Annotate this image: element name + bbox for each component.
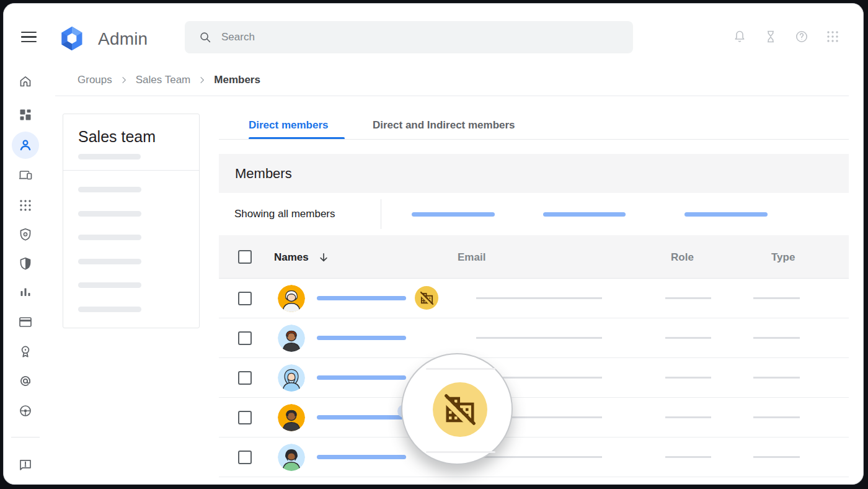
member-email-placeholder — [476, 337, 602, 339]
member-type-placeholder — [753, 377, 800, 379]
card-divider — [63, 170, 199, 171]
security-shield-icon — [18, 227, 33, 242]
sidebar-item-home[interactable] — [12, 68, 39, 95]
group-detail-placeholder — [78, 211, 141, 217]
chevron-right-icon — [197, 75, 207, 85]
tab-direct-members[interactable]: Direct members — [249, 119, 329, 138]
tasks-hourglass-icon[interactable] — [763, 29, 778, 44]
tabs-divider — [219, 139, 849, 140]
table-row[interactable] — [219, 318, 849, 358]
sidebar-item-account-badge[interactable] — [12, 338, 39, 365]
topbar-actions — [732, 29, 840, 44]
avatar-woman-white-hair — [278, 285, 305, 312]
member-type-placeholder — [753, 297, 800, 299]
magnifier-bubble — [401, 353, 513, 465]
column-header-names[interactable]: Names — [274, 251, 330, 264]
group-detail-placeholder — [78, 259, 141, 264]
member-email-placeholder — [476, 297, 602, 299]
google-admin-logo-icon — [58, 25, 86, 52]
row-checkbox[interactable] — [238, 411, 252, 424]
sidebar-item-directory-person[interactable] — [12, 132, 39, 159]
member-role-placeholder — [665, 337, 711, 339]
send-feedback-icon — [18, 457, 33, 472]
toolbar-action-placeholder[interactable] — [684, 212, 768, 217]
breadcrumb-item: Members — [214, 74, 260, 86]
group-subtitle-placeholder — [78, 154, 141, 159]
magnified-row-line — [426, 451, 495, 453]
product-name: Admin — [98, 29, 148, 49]
tab-direct-and-indirect-members[interactable]: Direct and Indirect members — [373, 119, 515, 138]
help-icon[interactable] — [794, 29, 809, 44]
member-role-placeholder — [665, 416, 711, 418]
member-email-placeholder — [476, 456, 602, 458]
table-row[interactable] — [219, 437, 849, 477]
admin-console-window: Admin Search GroupsSales TeamMembers Sal… — [3, 3, 864, 485]
member-role-placeholder — [665, 297, 711, 299]
sidebar-item-send-feedback[interactable] — [12, 451, 39, 478]
main-menu-button[interactable] — [21, 32, 37, 42]
member-role-placeholder — [665, 456, 711, 458]
sidebar-item-domains-at[interactable] — [12, 367, 39, 395]
table-row[interactable] — [219, 358, 849, 398]
sidebar-item-devices[interactable] — [12, 161, 39, 189]
members-panel-title: Members — [235, 166, 292, 182]
breadcrumb: GroupsSales TeamMembers — [78, 72, 260, 88]
breadcrumb-item[interactable]: Sales Team — [136, 74, 191, 86]
member-role-placeholder — [665, 377, 711, 379]
sidebar-item-compliance-shield[interactable] — [12, 250, 39, 277]
external-member-icon — [433, 382, 487, 437]
sidebar-item-reporting-chart[interactable] — [12, 279, 39, 306]
group-summary-card: Sales team — [63, 114, 200, 328]
member-name-placeholder — [317, 296, 406, 300]
members-toolbar: Showing all members — [219, 193, 849, 235]
sidebar-item-security-shield[interactable] — [12, 221, 39, 248]
notifications-icon[interactable] — [732, 29, 747, 44]
column-header-type[interactable]: Type — [771, 251, 795, 264]
domains-at-icon — [18, 374, 33, 388]
compliance-shield-icon — [18, 256, 33, 271]
search-placeholder: Search — [221, 31, 255, 43]
account-badge-icon — [18, 344, 33, 359]
toolbar-action-placeholder[interactable] — [412, 212, 495, 217]
group-detail-placeholder — [78, 187, 141, 192]
column-header-email[interactable]: Email — [458, 251, 485, 264]
member-name-placeholder — [317, 375, 406, 380]
search-bar[interactable]: Search — [185, 21, 633, 53]
external-member-icon — [415, 286, 438, 310]
group-detail-placeholder — [78, 282, 141, 288]
sidebar-item-apps-grid[interactable] — [12, 192, 39, 219]
apps-grid-icon[interactable] — [825, 29, 840, 44]
sidebar-item-dashboard[interactable] — [12, 101, 39, 128]
member-type-placeholder — [753, 416, 800, 418]
table-row[interactable] — [219, 279, 849, 318]
row-checkbox[interactable] — [238, 331, 252, 345]
column-header-role[interactable]: Role — [671, 251, 694, 264]
group-detail-placeholder — [78, 235, 141, 240]
sort-descending-icon[interactable] — [317, 251, 330, 264]
row-checkbox[interactable] — [238, 292, 252, 305]
row-checkbox[interactable] — [238, 371, 252, 385]
header-divider — [55, 96, 849, 96]
devices-icon — [18, 168, 33, 182]
breadcrumb-item[interactable]: Groups — [78, 74, 112, 86]
dashboard-icon — [18, 107, 33, 122]
member-type-placeholder — [753, 337, 800, 339]
sidebar-item-rules-wheel[interactable] — [12, 397, 39, 424]
sidebar-item-billing-card[interactable] — [12, 308, 39, 336]
table-row[interactable] — [219, 398, 849, 437]
avatar-man-auburn-hair — [278, 325, 305, 352]
member-name-placeholder — [317, 336, 406, 340]
sidebar-divider — [11, 437, 40, 437]
select-all-checkbox[interactable] — [238, 250, 252, 264]
row-checkbox[interactable] — [238, 451, 252, 464]
group-detail-placeholder — [78, 307, 141, 312]
member-name-placeholder — [317, 455, 406, 459]
avatar-man-dark-hair — [278, 404, 305, 431]
search-icon — [198, 30, 212, 44]
rules-wheel-icon — [18, 403, 33, 418]
directory-person-icon — [18, 138, 33, 153]
members-panel-header: Members — [219, 154, 849, 193]
apps-grid-icon — [18, 198, 33, 213]
toolbar-action-placeholder[interactable] — [543, 212, 626, 217]
filter-status-text: Showing all members — [234, 208, 335, 220]
